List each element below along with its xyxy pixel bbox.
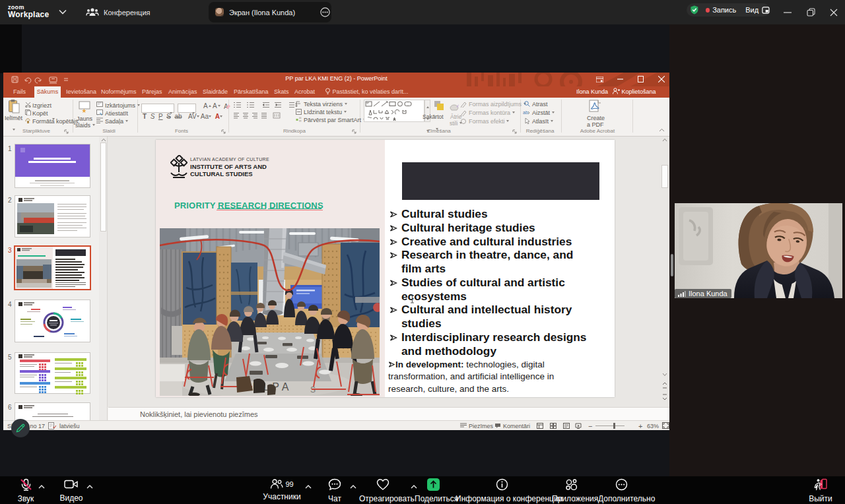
svg-text:ab: ab xyxy=(523,110,528,115)
